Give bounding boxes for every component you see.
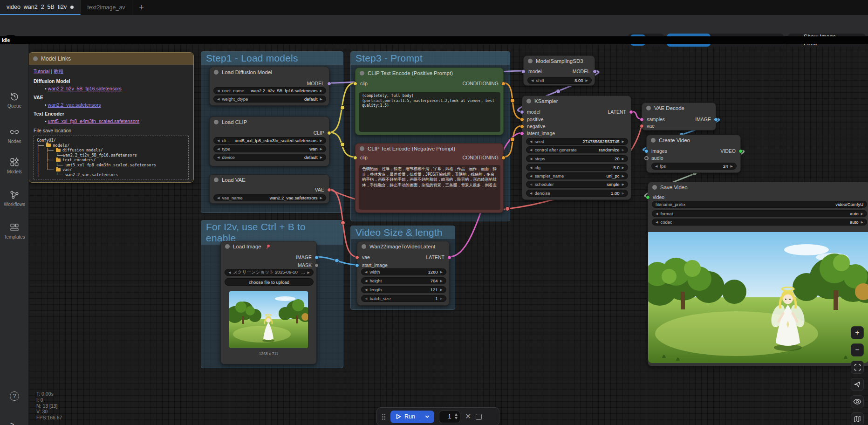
widget-vae-name[interactable]: vae_namewan2.2_vae.safetensors — [213, 194, 326, 201]
output-video[interactable]: VIDEO — [720, 149, 743, 153]
widget-steps[interactable]: steps20 — [526, 155, 628, 162]
node-create-video[interactable]: Create Video images audio VIDEO fps24 — [646, 135, 741, 173]
node-wan22-image-to-video-latent[interactable]: Wan22ImageToVideoLatent vae start_image … — [357, 241, 450, 306]
prompt-textarea[interactable]: (completely, full body) (portrait,portra… — [359, 92, 500, 132]
input-start-image[interactable]: start_image — [355, 263, 388, 267]
help-button[interactable] — [0, 391, 29, 401]
output-vae[interactable]: VAE — [315, 187, 331, 192]
node-vae-decode[interactable]: VAE Decode samples vae IMAGE — [642, 103, 716, 130]
sidebar-item-templates[interactable]: Templates — [0, 222, 29, 240]
tab-video-wan2-2-5b-ti2v[interactable]: video_wan2_2_5B_ti2v — [0, 0, 81, 15]
widget-denoise[interactable]: denoise1.00 — [526, 190, 628, 197]
collapse-dot[interactable] — [528, 59, 533, 63]
widget-image-file[interactable]: スクリーンショット 2025-09-10... — [225, 269, 314, 276]
output-clip[interactable]: CLIP — [314, 130, 331, 135]
node-load-clip[interactable]: Load CLIP CLIP clip_...umt5_xxl_fp8_e4m3… — [209, 117, 329, 166]
output-conditioning[interactable]: CONDITIONING — [462, 155, 506, 160]
sidebar-item-models[interactable]: Models — [0, 157, 29, 174]
input-clip[interactable]: clip — [353, 81, 368, 86]
node-save-video[interactable]: Save Video video filename_prefixvideo/Co… — [648, 182, 868, 366]
widget-device[interactable]: devicedefault — [213, 154, 326, 161]
upload-button[interactable]: choose file to upload — [225, 278, 314, 286]
collapse-dot[interactable] — [646, 106, 651, 110]
node-model-sampling-sd3[interactable]: ModelSamplingSD3 model MODEL shift8.00 — [523, 55, 595, 86]
collapse-dot[interactable] — [652, 185, 657, 190]
model-link[interactable]: wan2.2_ti2v_5B_fp16.safetensors — [48, 86, 122, 91]
tutorial-link[interactable]: Tutorial — [34, 69, 50, 74]
input-video[interactable]: video — [646, 195, 664, 199]
input-vae[interactable]: vae — [640, 123, 655, 128]
output-latent[interactable]: LATENT — [608, 110, 633, 114]
input-latent-image[interactable]: latent_image — [520, 131, 555, 136]
tutorial-link-zh[interactable]: 教程 — [54, 69, 63, 74]
input-positive[interactable]: positive — [520, 117, 544, 122]
input-negative[interactable]: negative — [520, 124, 546, 129]
input-clip[interactable]: clip — [353, 155, 368, 160]
sidebar-item-workflows[interactable]: Workflows — [0, 190, 29, 207]
node-clip-negative[interactable]: CLIP Text Encode (Negative Prompt) clip … — [355, 143, 504, 213]
new-workflow-tab-button[interactable]: + — [132, 0, 151, 15]
widget-batch-size[interactable]: batch_size1 — [361, 295, 446, 302]
count-stepper[interactable] — [455, 413, 458, 419]
widget-control-after-generate[interactable]: control after generaterandomize — [526, 146, 628, 153]
widget-weight-dtype[interactable]: weight_dtypedefault — [213, 96, 326, 103]
cancel-run-button[interactable] — [465, 413, 471, 420]
node-ksampler[interactable]: KSampler model positive negative latent_… — [522, 96, 631, 200]
widget-cfg[interactable]: cfg5.0 — [526, 164, 628, 171]
sidebar-item-nodes[interactable]: Nodes — [0, 127, 29, 144]
input-vae[interactable]: vae — [355, 255, 370, 260]
widget-width[interactable]: width1280 — [361, 268, 446, 275]
tab-text2image-av[interactable]: text2image_av — [81, 0, 132, 15]
run-options-button[interactable] — [420, 414, 434, 419]
sidebar-item-queue[interactable]: Queue — [0, 91, 29, 109]
widget-length[interactable]: length121 — [361, 286, 446, 293]
input-model[interactable]: model — [520, 110, 540, 114]
collapse-dot[interactable] — [360, 71, 364, 75]
step-down-icon[interactable] — [455, 417, 458, 419]
widget-unet-name[interactable]: unet_namewan2.2_ti2v_5B_fp16.safetensors — [213, 87, 326, 94]
widget-sampler-name[interactable]: sampler_nameuni_pc — [526, 172, 628, 179]
model-link[interactable]: umt5_xxl_fp8_e4m3fn_scaled.safetensors — [48, 118, 140, 124]
prompt-textarea[interactable]: 色调艳丽，过曝，静态，细节模糊不清，字幕，风格，作品，画作，画面，静止，整体发灰… — [359, 165, 500, 210]
collapse-dot[interactable] — [651, 138, 656, 143]
select-mode-button[interactable] — [851, 378, 864, 391]
node-model-links-note[interactable]: Model Links Tutorial | 教程 Diffusion Mode… — [28, 52, 194, 183]
collapse-dot[interactable] — [225, 244, 230, 249]
widget-format[interactable]: formatauto — [652, 210, 867, 217]
collapse-dot[interactable] — [214, 70, 219, 75]
zoom-in-button[interactable] — [851, 326, 864, 339]
note-title-bar[interactable]: Model Links — [29, 53, 193, 65]
zoom-out-button[interactable] — [851, 343, 864, 356]
batch-count-input[interactable]: 1 — [439, 411, 460, 423]
collapse-dot[interactable] — [33, 56, 38, 61]
output-latent[interactable]: LATENT — [426, 255, 451, 260]
fit-view-button[interactable] — [851, 361, 864, 374]
widget-type[interactable]: typewan — [213, 145, 326, 152]
widget-filename-prefix[interactable]: filename_prefixvideo/ComfyU — [652, 201, 867, 208]
node-load-diffusion-model[interactable]: Load Diffusion Model MODEL unet_namewan2… — [209, 67, 329, 106]
output-image[interactable]: IMAGE — [296, 255, 319, 260]
widget-scheduler[interactable]: schedulersimple — [526, 181, 628, 188]
toggle-visibility-button[interactable] — [851, 395, 864, 408]
input-images[interactable]: images — [644, 149, 667, 153]
group-step3-header[interactable]: Step3 - Prompt — [351, 52, 510, 65]
group-video-size-header[interactable]: Video Size & length — [351, 226, 455, 239]
group-step1-header[interactable]: Step1 - Load models — [201, 52, 343, 65]
input-model[interactable]: model — [521, 69, 542, 74]
input-audio[interactable]: audio — [644, 156, 663, 160]
collapse-dot[interactable] — [214, 178, 219, 182]
collapse-dot[interactable] — [360, 146, 364, 151]
widget-seed[interactable]: seed274785682553745 — [526, 138, 628, 145]
output-model[interactable]: MODEL — [307, 81, 331, 86]
step-up-icon[interactable] — [455, 413, 458, 416]
output-image[interactable]: IMAGE — [695, 117, 718, 122]
minimap-button[interactable] — [851, 412, 864, 425]
node-load-vae[interactable]: Load VAE VAE vae_namewan2.2_vae.safetens… — [209, 174, 329, 204]
node-clip-positive[interactable]: CLIP Text Encode (Positive Prompt) clip … — [355, 68, 504, 135]
widget-shift[interactable]: shift8.00 — [527, 77, 592, 84]
collapse-dot[interactable] — [526, 99, 531, 103]
model-link[interactable]: wan2.2_vae.safetensors — [48, 102, 101, 108]
widget-codec[interactable]: codecauto — [652, 219, 867, 226]
widget-fps[interactable]: fps24 — [651, 163, 737, 170]
widget-height[interactable]: height704 — [361, 277, 446, 284]
